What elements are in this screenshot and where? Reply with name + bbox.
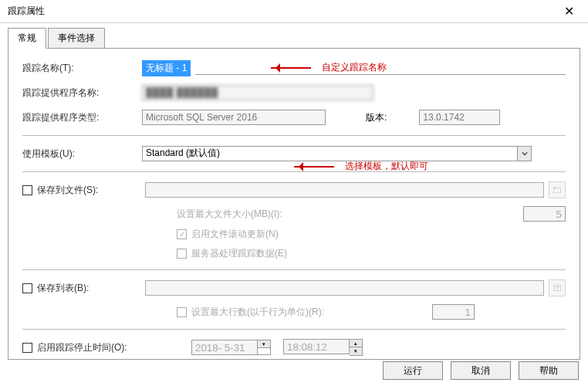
save-to-file-label: 保存到文件(S): — [37, 184, 145, 197]
help-button[interactable]: 帮助 — [519, 361, 579, 380]
tab-events[interactable]: 事件选择 — [48, 28, 105, 49]
version-label: 版本: — [366, 111, 387, 124]
save-to-table-label: 保存到表(B): — [37, 282, 145, 295]
max-file-size-input — [523, 206, 566, 222]
close-icon[interactable]: ✕ — [558, 2, 580, 20]
stop-date-picker: ▾ — [191, 340, 271, 355]
stop-time-picker: ▴▾ — [283, 339, 363, 356]
enable-stop-time-checkbox[interactable] — [22, 343, 32, 353]
cancel-button[interactable]: 取消 — [451, 361, 511, 380]
trace-name-label: 跟踪名称(T): — [22, 62, 142, 75]
save-table-input — [145, 280, 544, 296]
arrow-icon — [294, 164, 340, 170]
server-process-label: 服务器处理跟踪数据(E) — [191, 247, 287, 260]
enable-rollover-label: 启用文件滚动更新(N) — [191, 228, 279, 241]
browse-table-icon — [549, 279, 566, 296]
max-rows-input — [432, 304, 475, 320]
provider-type-field — [142, 110, 326, 125]
run-button[interactable]: 运行 — [383, 361, 443, 380]
annotation-template: 选择模板，默认即可 — [345, 160, 428, 173]
arrow-icon — [271, 65, 317, 71]
chevron-down-icon: ▾ — [350, 347, 362, 355]
server-process-checkbox — [177, 249, 187, 259]
max-rows-label: 设置最大行数(以千行为单位)(R): — [191, 306, 324, 319]
template-label: 使用模板(U): — [22, 147, 142, 161]
chevron-down-icon[interactable] — [518, 146, 532, 161]
window-title: 跟踪属性 — [8, 5, 45, 18]
stop-date-input — [191, 340, 258, 355]
save-to-file-checkbox[interactable] — [22, 185, 32, 195]
stop-time-input — [283, 339, 350, 354]
annotation-trace-name: 自定义跟踪名称 — [322, 61, 387, 74]
enable-stop-time-label: 启用跟踪停止时间(O): — [37, 341, 145, 354]
template-value[interactable]: Standard (默认值) — [142, 146, 518, 161]
version-field — [419, 110, 500, 125]
trace-name-input[interactable]: 无标题 - 1 — [142, 60, 191, 76]
chevron-up-icon: ▴ — [350, 340, 362, 347]
save-file-path-input — [145, 182, 544, 198]
provider-name-field — [142, 85, 373, 100]
save-to-table-checkbox[interactable] — [22, 283, 32, 293]
max-rows-checkbox — [177, 307, 187, 317]
chevron-down-icon: ▾ — [258, 340, 270, 348]
svg-rect-1 — [554, 188, 557, 189]
provider-name-label: 跟踪提供程序名称: — [22, 86, 142, 100]
browse-file-icon — [549, 181, 566, 198]
template-dropdown[interactable]: Standard (默认值) — [142, 146, 532, 161]
provider-type-label: 跟踪提供程序类型: — [22, 111, 142, 124]
tab-general[interactable]: 常规 — [8, 28, 46, 49]
enable-rollover-checkbox: ✓ — [177, 229, 187, 239]
max-file-size-label: 设置最大文件大小(MB)(I): — [177, 208, 282, 221]
